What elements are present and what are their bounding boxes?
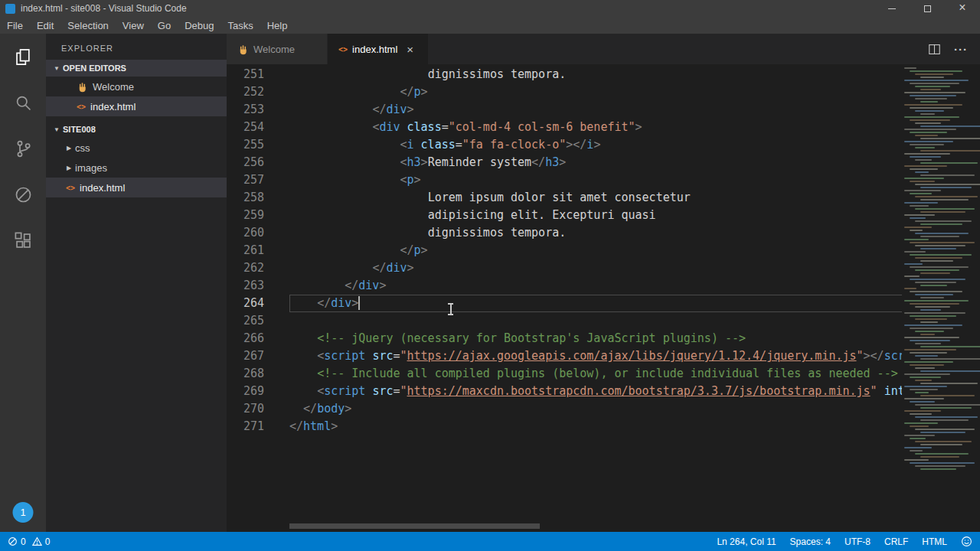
menu-go[interactable]: Go: [151, 17, 178, 34]
code-line[interactable]: <div class="col-md-4 col-sm-6 benefit">: [289, 119, 980, 136]
code-line[interactable]: </p>: [289, 83, 980, 101]
source-control-activity-button[interactable]: [0, 126, 46, 171]
workspace-header[interactable]: SITE008: [46, 121, 227, 138]
line-number: 253: [227, 101, 264, 119]
minimap-line: [904, 324, 962, 326]
close-tab-icon[interactable]: [407, 43, 413, 56]
smiley-icon: [961, 536, 972, 547]
minimap-line: [920, 211, 965, 213]
minimap-line: [910, 230, 923, 231]
feedback-smiley-button[interactable]: [961, 536, 972, 547]
warning-count[interactable]: 0: [32, 536, 51, 547]
code-line[interactable]: <i class="fa fa-clock-o"></i>: [289, 136, 980, 154]
language-mode[interactable]: HTML: [922, 536, 947, 547]
menu-view[interactable]: View: [116, 17, 151, 34]
line-number: 266: [227, 330, 264, 347]
menu-help[interactable]: Help: [260, 17, 295, 34]
minimap-line: [920, 248, 956, 249]
minimap-line: [920, 432, 965, 433]
code-line[interactable]: </html>: [289, 418, 980, 435]
code-line[interactable]: dignissimos tempora.: [289, 66, 980, 83]
menu-selection[interactable]: Selection: [60, 17, 115, 34]
minimap-line: [915, 343, 941, 344]
code-line[interactable]: Lorem ipsum dolor sit amet consectetur: [289, 189, 980, 207]
debug-activity-button[interactable]: [0, 171, 46, 217]
cursor-position[interactable]: Ln 264, Col 11: [717, 536, 776, 547]
code-line[interactable]: <p>: [289, 171, 980, 189]
minimap-line: [910, 132, 947, 133]
tab-welcome[interactable]: Welcome: [227, 34, 328, 64]
code-line[interactable]: <h3>Reminder system</h3>: [289, 154, 980, 171]
code-line[interactable]: </div>: [289, 259, 980, 277]
eol-setting[interactable]: CRLF: [884, 536, 908, 547]
minimap-line: [910, 425, 929, 427]
error-count-value: 0: [21, 536, 26, 547]
close-icon: [959, 3, 965, 14]
error-count[interactable]: 0: [8, 536, 26, 547]
line-number: 262: [227, 259, 264, 277]
file-index-html[interactable]: index.html: [46, 178, 227, 197]
open-editors-header[interactable]: OPEN EDITORS: [46, 60, 227, 77]
more-actions-icon[interactable]: [954, 43, 968, 56]
menu-file[interactable]: File: [0, 17, 30, 34]
open-editor-welcome[interactable]: Welcome: [46, 77, 227, 96]
code-line[interactable]: </div>: [289, 277, 980, 295]
minimap-line: [920, 456, 959, 458]
minimap-line: [915, 122, 941, 124]
minimap-line: [915, 441, 972, 442]
folder-label: images: [75, 162, 107, 174]
minimap-line: [904, 337, 959, 338]
minimap-line: [904, 263, 923, 265]
code-line[interactable]: </p>: [289, 242, 980, 259]
minimap-line: [910, 303, 959, 305]
open-editor-index-html[interactable]: index.html: [46, 96, 227, 116]
minimap-line: [915, 465, 965, 467]
split-editor-icon[interactable]: [927, 42, 942, 57]
minimap-line: [904, 67, 916, 69]
folder-css[interactable]: css: [46, 138, 227, 158]
code-line[interactable]: </body>: [289, 400, 980, 418]
minimap-line: [915, 306, 950, 308]
minimap-line: [915, 98, 947, 99]
explorer-activity-button[interactable]: [0, 34, 46, 80]
notification-badge[interactable]: 1: [13, 502, 34, 523]
text-cursor: [358, 296, 360, 310]
minimap-line: [910, 70, 962, 72]
minimap-line: [915, 233, 969, 234]
maximize-button[interactable]: [910, 0, 945, 17]
minimap-line: [920, 199, 969, 201]
code-line[interactable]: </div>: [289, 101, 980, 119]
minimap[interactable]: [902, 64, 980, 532]
menu-debug[interactable]: Debug: [178, 17, 220, 34]
gutter: 2512522532542552562572582592602612622632…: [227, 66, 289, 532]
code-line[interactable]: <script src="https://ajax.googleapis.com…: [289, 347, 980, 365]
code-line[interactable]: [289, 312, 980, 330]
menu-tasks[interactable]: Tasks: [220, 17, 260, 34]
indentation-setting[interactable]: Spaces: 4: [790, 536, 831, 547]
code-editor[interactable]: 2512522532542552562572582592602612622632…: [227, 64, 980, 532]
menu-edit[interactable]: Edit: [30, 17, 60, 34]
extensions-activity-button[interactable]: [0, 217, 46, 263]
minimap-line: [920, 444, 962, 445]
window-title: index.html - site008 - Visual Studio Cod…: [21, 3, 187, 14]
code-line[interactable]: dignissimos tempora.: [289, 224, 980, 242]
tab-index-html[interactable]: index.html: [328, 34, 429, 64]
encoding-setting[interactable]: UTF-8: [844, 536, 871, 547]
search-activity-button[interactable]: [0, 80, 46, 126]
minimap-line: [915, 282, 956, 283]
code-line[interactable]: <!-- jQuery (necessary for Bootstrap's J…: [289, 330, 980, 347]
status-bar: 0 0 Ln 264, Col 11 Spaces: 4 UTF-8 CRLF …: [0, 532, 980, 551]
folder-images[interactable]: images: [46, 158, 227, 178]
code-line[interactable]: adipisicing elit. Excepturi quasi: [289, 207, 980, 224]
minimize-button[interactable]: [874, 0, 910, 17]
minimap-line: [915, 331, 944, 332]
close-button[interactable]: [945, 0, 980, 17]
minimap-line: [920, 272, 950, 274]
minimap-line: [915, 245, 965, 246]
minimap-line: [904, 349, 956, 350]
code-line[interactable]: </div>: [289, 295, 980, 312]
code-line[interactable]: <!-- Include all compiled plugins (below…: [289, 365, 980, 383]
horizontal-scrollbar[interactable]: [289, 523, 540, 529]
code-line[interactable]: <script src="https://maxcdn.bootstrapcdn…: [289, 383, 980, 400]
line-number: 256: [227, 154, 264, 171]
